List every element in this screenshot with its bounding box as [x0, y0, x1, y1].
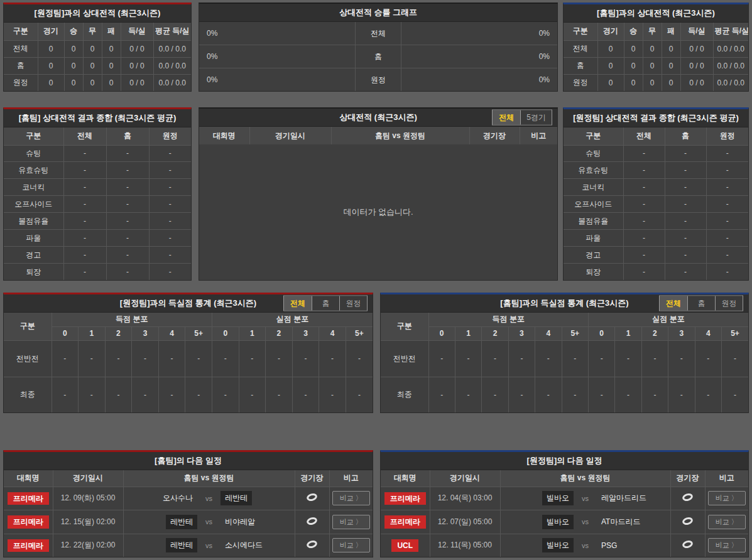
match-teams: 오사수나 vs 레반테: [125, 491, 293, 505]
bin-header: 4: [695, 326, 721, 340]
cell: -: [721, 340, 748, 377]
stat-home: -: [665, 213, 706, 230]
tab-all[interactable]: 전체: [284, 296, 312, 311]
group-header-scored: 득점 분포: [428, 313, 588, 326]
bin-header: 2: [641, 326, 668, 340]
competition-badge: 프리메라: [384, 492, 426, 505]
table-row: 전반전 - - - - - - - - - - - -: [381, 340, 748, 377]
cell: -: [105, 340, 132, 377]
panel-away-next-schedule: [원정팀]의 다음 일정 대회명 경기일시 홈팀 vs 원정팀 경기장 비고 프…: [380, 450, 749, 557]
column-header: 구분: [381, 313, 428, 340]
stat-total: -: [623, 230, 665, 247]
table-header-row: 구분 득점 분포 실점 분포: [381, 313, 748, 326]
stadium-cell: [670, 510, 705, 534]
stadium-cell: [295, 534, 329, 557]
bin-header: 4: [535, 326, 562, 340]
stadium-icon[interactable]: [682, 540, 694, 549]
winrate-graph: 0% 전체 0% 0% 홈: [199, 22, 557, 91]
stadium-icon[interactable]: [682, 493, 694, 502]
panel-body: 구분 경기 승 무 패 득/실 평균 득/실 전체 0 0 0: [564, 23, 748, 91]
stat-away: -: [706, 264, 748, 280]
panel-body: 구분 전체 홈 원정 슈팅 - - -: [564, 127, 748, 280]
table-row: 오프사이드 - - -: [4, 196, 191, 213]
row-label: 홈: [4, 57, 38, 74]
cell-losses: 0: [662, 74, 680, 91]
compare-cell: 비교 〉: [705, 510, 748, 534]
cell-games: 0: [597, 40, 624, 57]
bin-header: 3: [132, 326, 159, 340]
cell: -: [588, 377, 614, 412]
cell: -: [105, 377, 132, 412]
column-header: 비고: [520, 127, 557, 144]
bin-header: 5+: [721, 326, 748, 340]
home-winrate-value: 0%: [207, 75, 217, 84]
column-header: 경기: [597, 23, 624, 40]
panel-header: 상대전적 (최근3시즌) 전체 5경기: [199, 109, 557, 127]
tab-away[interactable]: 원정: [715, 296, 743, 311]
tab-5games[interactable]: 5경기: [520, 110, 552, 125]
stat-home: -: [106, 196, 149, 213]
home-side: 빌바오: [502, 538, 574, 552]
cell: -: [562, 377, 588, 412]
column-header: 비고: [705, 470, 748, 487]
stadium-icon[interactable]: [306, 540, 318, 549]
stat-away: -: [149, 264, 191, 280]
competition-cell: 프리메라: [4, 534, 53, 557]
stat-home: -: [665, 179, 706, 196]
table-row: 유효슈팅 - - -: [564, 162, 748, 179]
cell-losses: 0: [662, 57, 680, 74]
tab-home[interactable]: 홈: [312, 296, 339, 311]
bin-header: 5+: [562, 326, 588, 340]
tab-away[interactable]: 원정: [339, 296, 367, 311]
stat-total: -: [623, 196, 665, 213]
away-side: 비야레알: [221, 515, 293, 529]
compare-button[interactable]: 비교 〉: [332, 491, 370, 505]
cell-wins: 0: [64, 57, 83, 74]
bin-header: 3: [292, 326, 319, 340]
stat-home: -: [665, 145, 706, 162]
match-datetime: 12. 09(화) 05:00: [53, 487, 123, 510]
stadium-icon[interactable]: [306, 493, 318, 502]
panel-title: [원정팀]의 다음 일정: [527, 455, 602, 466]
cell-avg-goals: 0.0 / 0.0: [153, 57, 191, 74]
away-team: 소시에다드: [221, 538, 267, 552]
home-winrate-value: 0%: [207, 52, 217, 61]
stadium-cell: [295, 487, 329, 510]
stadium-icon[interactable]: [682, 517, 694, 525]
panel-header: [원정팀]의 다음 일정: [381, 452, 748, 470]
stat-label: 오프사이드: [4, 196, 63, 213]
bin-header: 1: [79, 326, 106, 340]
group-header-scored: 득점 분포: [52, 313, 212, 326]
compare-button[interactable]: 비교 〉: [332, 515, 370, 529]
column-header: 경기장: [670, 470, 705, 487]
compare-button[interactable]: 비교 〉: [332, 538, 370, 552]
tab-all[interactable]: 전체: [493, 110, 520, 125]
away-team: 레알마드리드: [597, 491, 651, 505]
compare-button[interactable]: 비교 〉: [708, 491, 746, 505]
cell-games: 0: [597, 57, 624, 74]
table-row: 퇴장 - - -: [4, 264, 191, 280]
table-row: 코너킥 - - -: [4, 179, 191, 196]
cell: -: [239, 340, 266, 377]
table-row: 원정 0 0 0 0 0 / 0 0.0 / 0.0: [4, 74, 191, 91]
cell: -: [185, 340, 212, 377]
cell-draws: 0: [83, 57, 102, 74]
stat-total: -: [63, 264, 106, 280]
match-teams: 빌바오 vs 레알마드리드: [502, 491, 669, 505]
tab-all[interactable]: 전체: [660, 296, 687, 311]
match-datetime: 12. 11(목) 05:00: [430, 534, 500, 557]
table-body: 전반전 - - - - - - - - - - - -: [381, 340, 748, 412]
panel-title: 상대전적 (최근3시즌): [339, 112, 417, 123]
tab-home[interactable]: 홈: [687, 296, 715, 311]
panel-home-next-schedule: [홈팀]의 다음 일정 대회명 경기일시 홈팀 vs 원정팀 경기장 비고 프리…: [3, 450, 373, 557]
compare-button[interactable]: 비교 〉: [708, 538, 746, 552]
period-label: 최종: [4, 377, 52, 412]
compare-button[interactable]: 비교 〉: [708, 515, 746, 529]
away-winrate-bar-area: 0%: [401, 45, 557, 68]
panel-body: 구분 득점 분포 실점 분포 0 1 2 3 4 5+ 0 1 2: [4, 313, 373, 412]
stadium-icon[interactable]: [306, 517, 318, 525]
cell: -: [615, 377, 641, 412]
column-header: 대회명: [199, 127, 249, 144]
bin-header: 1: [615, 326, 641, 340]
away-winrate-value: 0%: [539, 52, 550, 61]
